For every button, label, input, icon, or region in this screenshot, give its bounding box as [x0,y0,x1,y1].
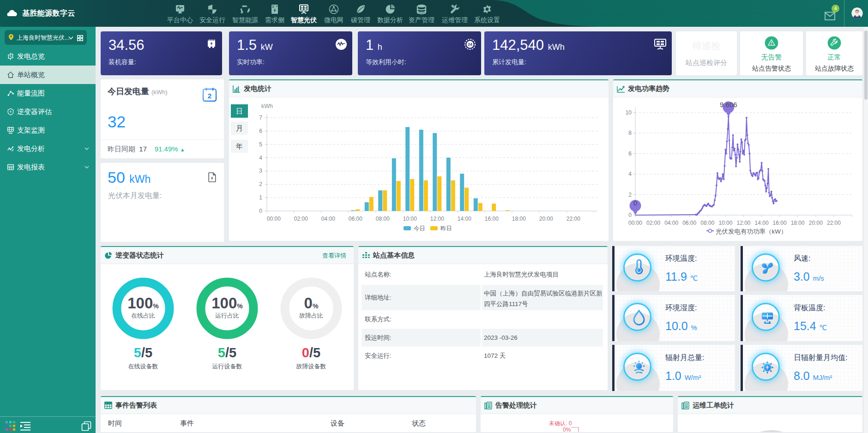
svg-text:8: 8 [628,130,632,136]
svg-text:1: 1 [259,194,262,201]
svg-text:16:00: 16:00 [485,216,499,222]
svg-text:10:00: 10:00 [718,220,732,226]
svg-text:08:00: 08:00 [376,216,390,222]
svg-text:2: 2 [628,192,632,198]
svg-text:24: 24 [468,42,472,47]
svg-text:今日: 今日 [414,225,425,232]
svg-text:18:00: 18:00 [791,220,805,226]
svg-text:02:00: 02:00 [646,220,660,226]
svg-text:7: 7 [259,114,262,121]
svg-text:光伏发电有功功率（kW）: 光伏发电有功功率（kW） [716,228,787,235]
svg-text:10:00: 10:00 [403,216,417,222]
svg-text:0: 0 [628,212,632,218]
svg-text:22:00: 22:00 [567,216,580,222]
svg-text:2: 2 [259,181,262,187]
svg-text:6: 6 [628,150,632,157]
svg-text:04:00: 04:00 [321,216,335,222]
svg-text:6: 6 [259,128,262,134]
svg-text:22:00: 22:00 [827,220,841,226]
svg-text:昨日: 昨日 [440,225,452,232]
svg-text:5: 5 [259,141,262,148]
svg-text:3: 3 [259,168,262,174]
svg-text:0: 0 [633,199,637,207]
svg-text:12:00: 12:00 [430,216,444,222]
svg-text:9.606: 9.606 [720,101,737,108]
svg-text:0: 0 [259,208,262,214]
svg-text:20:00: 20:00 [539,216,553,222]
svg-text:12:00: 12:00 [736,220,750,226]
svg-text:2: 2 [208,92,211,100]
svg-text:10: 10 [626,109,632,116]
svg-text:06:00: 06:00 [682,220,696,226]
svg-text:14:00: 14:00 [458,216,471,222]
svg-text:4: 4 [628,171,632,177]
svg-text:08:00: 08:00 [700,220,714,226]
svg-text:20:00: 20:00 [809,220,823,226]
svg-text:04:00: 04:00 [664,220,678,226]
svg-text:4: 4 [259,155,262,161]
svg-text:02:00: 02:00 [294,216,308,222]
svg-text:00:00: 00:00 [628,220,642,226]
svg-text:kWh: kWh [261,103,273,109]
svg-text:14:00: 14:00 [755,220,769,226]
svg-text:18:00: 18:00 [512,216,526,222]
svg-text:16:00: 16:00 [773,220,787,226]
svg-text:00:00: 00:00 [267,216,281,222]
svg-text:06:00: 06:00 [349,216,362,222]
